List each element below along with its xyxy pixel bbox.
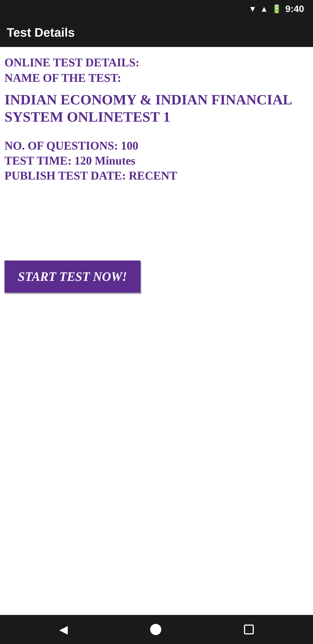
app-bar: Test Details xyxy=(0,18,313,47)
online-test-details-label: ONLINE TEST DETAILS: xyxy=(4,56,309,69)
nav-home-button[interactable] xyxy=(150,624,161,635)
test-name-value: INDIAN ECONOMY & INDIAN FINANCIAL SYSTEM… xyxy=(4,91,309,126)
test-meta: NO. OF QUESTIONS: 100 TEST TIME: 120 Min… xyxy=(4,139,309,182)
bottom-spacer xyxy=(4,297,309,476)
test-time: TEST TIME: 120 Minutes xyxy=(4,154,309,167)
start-test-button[interactable]: START TEST NOW! xyxy=(4,260,141,293)
no-of-questions: NO. OF QUESTIONS: 100 xyxy=(4,139,309,152)
publish-test-date: PUBLISH TEST DATE: RECENT xyxy=(4,169,309,182)
nav-back-button[interactable]: ◀ xyxy=(59,623,68,636)
battery-icon: 🔋 xyxy=(272,4,282,14)
content-spacer xyxy=(4,189,309,256)
nav-recent-button[interactable] xyxy=(244,624,254,634)
wifi-icon: ▼ xyxy=(249,4,257,14)
signal-icon: ▲ xyxy=(260,4,268,14)
main-content: ONLINE TEST DETAILS: NAME OF THE TEST: I… xyxy=(0,47,313,615)
status-bar: ▼ ▲ 🔋 9:40 xyxy=(0,0,313,18)
app-title: Test Details xyxy=(7,25,75,40)
nav-bar: ◀ xyxy=(0,615,313,644)
status-time: 9:40 xyxy=(285,4,304,14)
status-icons: ▼ ▲ 🔋 9:40 xyxy=(249,4,304,14)
name-of-test-label: NAME OF THE TEST: xyxy=(4,71,309,84)
